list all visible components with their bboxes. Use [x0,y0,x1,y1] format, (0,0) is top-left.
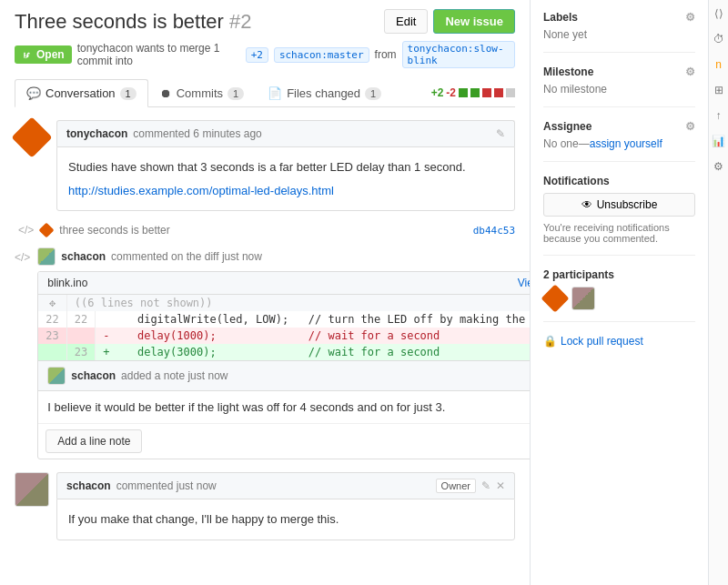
add-line-note-button[interactable]: Add a line note [46,429,142,453]
comment2-author: schacon [66,479,111,492]
tonychacon-avatar [15,120,49,155]
files-icon: 📄 [268,86,282,100]
schacon-bottom-avatar [15,472,49,507]
commit-message: three seconds is better [59,224,169,237]
from-text: from [375,48,397,61]
participant-tony [543,287,567,310]
head-ref-label: tonychacon:slow-blink [402,41,515,68]
commits-icon: ⏺ [160,86,172,100]
diff-block-2 [470,88,480,97]
diff-block-1 [459,88,468,97]
schacon-diff-time: commented on the diff just now [111,250,262,263]
sidebar-code-icon[interactable]: ⟨⟩ [714,7,723,20]
schacon-avatar-small [37,247,56,266]
comment1-header: tonychacon commented 6 minutes ago ✎ [56,120,515,146]
assign-yourself-link[interactable]: assign yourself [590,137,662,150]
schacon-diff-author: schacon [61,250,106,263]
comment1-body: Studies have shown that 3 seconds is a f… [56,146,515,211]
base-ref: +2 [246,47,268,63]
comment1-author: tonychacon [66,127,127,140]
comment2-time: commented just now [116,479,217,492]
participants-title: 2 participants [543,268,614,281]
tab-files-label: Files changed [287,86,360,100]
pr-title: Three seconds is better [15,10,224,33]
labels-title: Labels [543,11,578,24]
sidebar-chart-icon[interactable]: 📊 [712,135,725,147]
sidebar-clock-icon[interactable]: ⏱ [713,33,724,45]
tab-files[interactable]: 📄 Files changed 1 [256,79,393,107]
tab-conversation-label: Conversation [46,86,116,100]
assignee-value: No one—assign yourself [543,137,662,150]
pr-meta-text: tonychacon wants to merge 1 commit into [77,42,240,67]
lock-icon: 🔒 [543,335,557,348]
assignee-gear-icon[interactable]: ⚙ [685,120,695,133]
diff-del-count: -2 [446,86,456,99]
diff-line-22: 22 22 digitalWrite(led, LOW); // turn th… [38,311,612,328]
base-ref-label: schacon:master [274,47,369,63]
diff-block-5 [506,88,515,97]
comment1-edit-icon[interactable]: ✎ [496,127,505,140]
comment2-edit-icon[interactable]: ✎ [481,479,490,492]
sidebar-grid-icon[interactable]: ⊞ [714,84,723,96]
diff-add-count: +2 [431,86,444,99]
sidebar-person-icon[interactable]: n [715,58,722,71]
inline-diff-container: blink.ino View full changes ✥ ((6 lines … [37,271,612,459]
tab-files-count: 1 [365,87,381,100]
open-badge: Open [15,45,72,64]
diff-block-3 [482,88,491,97]
comment1-time: commented 6 minutes ago [133,127,261,140]
commit-sha[interactable]: db44c53 [473,225,515,237]
pr-number: #2 [229,10,251,33]
diff-line-23-del: 23 - delay(1000); // wait for a second [38,328,612,344]
line23-num-new: 23 [66,344,95,360]
labels-value: None yet [543,28,587,41]
tab-commits-label: Commits [177,86,223,100]
note-time: added a note just now [121,369,228,382]
expand-icon: ✥ [49,297,56,309]
comment2-owner-badge: Owner [436,479,476,493]
edit-button[interactable]: Edit [384,9,428,34]
tab-conversation-count: 1 [120,87,136,100]
sidebar-settings-icon[interactable]: ⚙ [713,160,723,173]
line22-num-new: 22 [66,311,95,328]
conversation-icon: 💬 [26,86,41,100]
new-issue-button[interactable]: New issue [433,9,515,34]
diff-line-23-add: 23 + delay(3000); // wait for a second [38,344,612,360]
expand-label: ((6 lines not shown)) [75,297,213,309]
milestone-gear-icon[interactable]: ⚙ [685,66,695,78]
lock-pull-request-link[interactable]: 🔒 Lock pull request [543,335,695,348]
tab-conversation[interactable]: 💬 Conversation 1 [15,79,148,107]
diff-expand-row: ✥ ((6 lines not shown)) [38,295,612,311]
milestone-title: Milestone [543,66,593,78]
line22-num-old: 22 [38,311,66,328]
lock-label: Lock pull request [561,335,643,348]
comment1-text: Studies have shown that 3 seconds is a f… [68,158,503,177]
unsubscribe-button[interactable]: 👁 Unsubscribe [543,193,695,217]
tab-commits[interactable]: ⏺ Commits 1 [148,79,256,107]
sidebar-up-icon[interactable]: ↑ [716,109,722,122]
diff-block-4 [494,88,503,97]
comment2-close-icon[interactable]: ✕ [496,479,505,492]
comment2-body: If you make that change, I'll be happy t… [56,499,515,540]
tab-commits-count: 1 [228,87,244,100]
note-body: I believe it would be better if the ligh… [38,391,612,423]
note-box: schacon added a note just now Owner ✎ ✕ … [38,360,612,423]
notification-text: You're receiving notifications because y… [543,222,695,244]
git-merge-icon [22,49,33,60]
participant-schacon [571,287,595,310]
labels-gear-icon[interactable]: ⚙ [685,11,695,24]
comment1-link[interactable]: http://studies.example.com/optimal-led-d… [68,184,334,197]
assignee-title: Assignee [543,120,592,133]
diff-comment-code-icon: </> [15,251,30,264]
note-avatar [47,367,66,385]
unsubscribe-label: Unsubscribe [597,198,658,211]
diff-filename: blink.ino [47,277,87,289]
milestone-value: No milestone [543,83,607,96]
commit-diamond-icon [39,223,55,238]
notifications-title: Notifications [543,175,610,187]
eye-icon: 👁 [581,198,592,211]
line23-num-old: 23 [38,328,66,344]
note-author: schacon [71,369,116,382]
diff-code-icon: </> [18,224,34,237]
